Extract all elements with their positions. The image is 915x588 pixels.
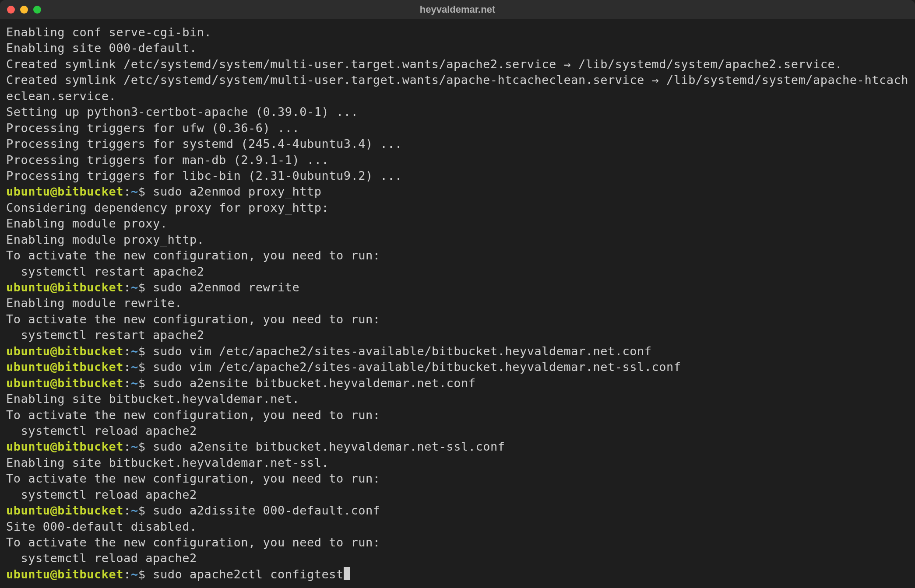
output-line: To activate the new configuration, you n… [6, 248, 909, 263]
prompt-host: bitbucket [57, 360, 123, 374]
prompt-host: bitbucket [57, 504, 123, 517]
prompt-path: ~ [131, 344, 138, 358]
output-line: Considering dependency proxy for proxy_h… [6, 200, 909, 216]
prompt-host: bitbucket [57, 344, 123, 358]
prompt-at: @ [50, 567, 58, 581]
output-line: Enabling conf serve-cgi-bin. [6, 24, 909, 40]
prompt-symbol: $ [138, 567, 146, 581]
command-text: sudo a2ensite bitbucket.heyvaldemar.net-… [153, 440, 505, 453]
output-line: Processing triggers for man-db (2.9.1-1)… [6, 152, 909, 168]
prompt-host: bitbucket [57, 280, 123, 294]
output-line: Enabling module proxy_http. [6, 232, 909, 248]
output-line: Processing triggers for libc-bin (2.31-0… [6, 168, 909, 184]
prompt-path: ~ [131, 504, 138, 517]
prompt-path: ~ [131, 567, 138, 581]
output-line: Enabling site bitbucket.heyvaldemar.net-… [6, 455, 909, 471]
command-text: sudo a2enmod proxy_http [153, 185, 321, 198]
output-line: Processing triggers for systemd (245.4-4… [6, 136, 909, 152]
output-line: systemctl restart apache2 [6, 264, 909, 280]
prompt-colon: : [123, 504, 131, 517]
output-line: Created symlink /etc/systemd/system/mult… [6, 56, 909, 72]
title-bar: heyvaldemar.net [0, 0, 915, 19]
command-text: sudo apache2ctl configtest [153, 567, 344, 581]
output-line: systemctl restart apache2 [6, 327, 909, 343]
window-title: heyvaldemar.net [420, 4, 495, 15]
output-line: To activate the new configuration, you n… [6, 471, 909, 486]
output-line: Enabling module rewrite. [6, 295, 909, 311]
prompt-symbol: $ [138, 376, 146, 390]
prompt-at: @ [50, 185, 58, 198]
prompt-path: ~ [131, 360, 138, 374]
prompt-user: ubuntu [6, 440, 50, 453]
close-button[interactable] [7, 6, 15, 14]
prompt-at: @ [50, 440, 58, 453]
prompt-colon: : [123, 185, 131, 198]
prompt-at: @ [50, 360, 58, 374]
prompt-path: ~ [131, 440, 138, 453]
output-line: systemctl reload apache2 [6, 487, 909, 503]
output-line: Enabling site bitbucket.heyvaldemar.net. [6, 391, 909, 407]
prompt-host: bitbucket [57, 567, 123, 581]
prompt-at: @ [50, 280, 58, 294]
prompt-symbol: $ [138, 504, 146, 517]
prompt-colon: : [123, 344, 131, 358]
prompt-host: bitbucket [57, 376, 123, 390]
output-line: systemctl reload apache2 [6, 423, 909, 439]
prompt-line: ubuntu@bitbucket:~$ sudo vim /etc/apache… [6, 359, 909, 375]
output-line: To activate the new configuration, you n… [6, 535, 909, 550]
prompt-symbol: $ [138, 440, 146, 453]
prompt-colon: : [123, 567, 131, 581]
maximize-button[interactable] [33, 6, 41, 14]
prompt-host: bitbucket [57, 440, 123, 453]
prompt-symbol: $ [138, 280, 146, 294]
prompt-path: ~ [131, 376, 138, 390]
output-line: Enabling module proxy. [6, 216, 909, 231]
prompt-at: @ [50, 504, 58, 517]
traffic-lights [7, 6, 41, 14]
output-line: To activate the new configuration, you n… [6, 407, 909, 423]
prompt-line: ubuntu@bitbucket:~$ sudo a2enmod rewrite [6, 280, 909, 295]
prompt-host: bitbucket [57, 185, 123, 198]
output-line: Setting up python3-certbot-apache (0.39.… [6, 104, 909, 120]
prompt-at: @ [50, 376, 58, 390]
output-line: Enabling site 000-default. [6, 40, 909, 56]
output-line: Processing triggers for ufw (0.36-6) ... [6, 120, 909, 136]
command-text: sudo a2enmod rewrite [153, 280, 299, 294]
terminal-content[interactable]: Enabling conf serve-cgi-bin.Enabling sit… [0, 19, 915, 588]
cursor [344, 567, 350, 580]
command-text: sudo a2dissite 000-default.conf [153, 504, 380, 517]
output-line: systemctl reload apache2 [6, 550, 909, 566]
prompt-symbol: $ [138, 185, 146, 198]
prompt-path: ~ [131, 185, 138, 198]
terminal-window: heyvaldemar.net Enabling conf serve-cgi-… [0, 0, 915, 588]
prompt-user: ubuntu [6, 567, 50, 581]
prompt-user: ubuntu [6, 504, 50, 517]
prompt-line: ubuntu@bitbucket:~$ sudo apache2ctl conf… [6, 567, 909, 582]
prompt-line: ubuntu@bitbucket:~$ sudo a2dissite 000-d… [6, 503, 909, 518]
prompt-symbol: $ [138, 344, 146, 358]
prompt-path: ~ [131, 280, 138, 294]
output-line: Site 000-default disabled. [6, 519, 909, 535]
prompt-colon: : [123, 440, 131, 453]
minimize-button[interactable] [20, 6, 28, 14]
prompt-line: ubuntu@bitbucket:~$ sudo a2enmod proxy_h… [6, 184, 909, 200]
prompt-colon: : [123, 280, 131, 294]
command-text: sudo vim /etc/apache2/sites-available/bi… [153, 344, 651, 358]
prompt-colon: : [123, 360, 131, 374]
output-line: Created symlink /etc/systemd/system/mult… [6, 72, 909, 104]
prompt-user: ubuntu [6, 376, 50, 390]
prompt-at: @ [50, 344, 58, 358]
prompt-line: ubuntu@bitbucket:~$ sudo vim /etc/apache… [6, 343, 909, 359]
prompt-user: ubuntu [6, 344, 50, 358]
output-line: To activate the new configuration, you n… [6, 312, 909, 327]
prompt-user: ubuntu [6, 360, 50, 374]
command-text: sudo vim /etc/apache2/sites-available/bi… [153, 360, 681, 374]
command-text: sudo a2ensite bitbucket.heyvaldemar.net.… [153, 376, 475, 390]
prompt-user: ubuntu [6, 185, 50, 198]
prompt-line: ubuntu@bitbucket:~$ sudo a2ensite bitbuc… [6, 375, 909, 391]
prompt-colon: : [123, 376, 131, 390]
prompt-user: ubuntu [6, 280, 50, 294]
prompt-line: ubuntu@bitbucket:~$ sudo a2ensite bitbuc… [6, 439, 909, 455]
prompt-symbol: $ [138, 360, 146, 374]
